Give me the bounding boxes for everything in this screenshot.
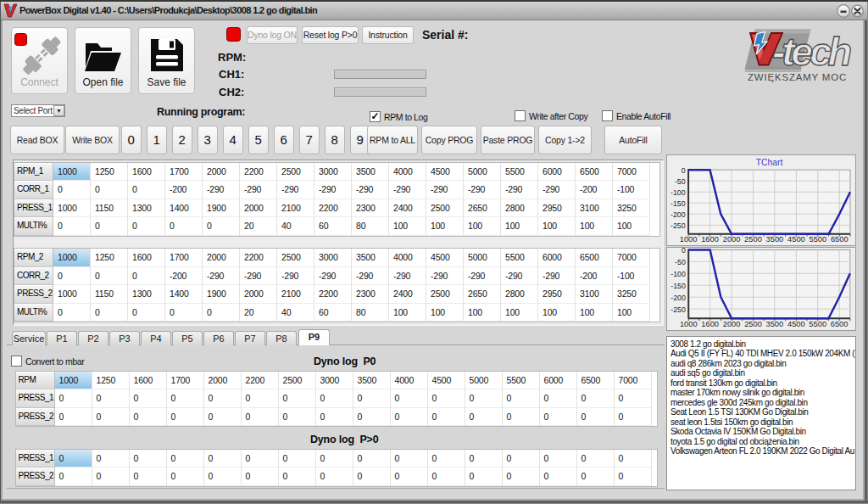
svg-text:-200: -200: [670, 294, 686, 302]
svg-text:-100: -100: [670, 270, 686, 278]
svg-text:0: 0: [682, 247, 686, 255]
svg-text:ZWIĘKSZAMY MOC: ZWIĘKSZAMY MOC: [748, 72, 847, 82]
svg-text:-tech: -tech: [772, 29, 851, 74]
svg-text:5500: 5500: [809, 320, 826, 328]
svg-text:-250: -250: [670, 221, 686, 230]
svg-text:-50: -50: [675, 258, 686, 266]
svg-text:-200: -200: [670, 210, 686, 219]
svg-text:0: 0: [682, 166, 686, 175]
svg-text:6500: 6500: [831, 320, 849, 328]
svg-text:2000: 2000: [723, 320, 741, 328]
svg-text:-150: -150: [670, 199, 686, 208]
svg-text:-150: -150: [670, 282, 686, 290]
svg-text:-50: -50: [675, 177, 686, 186]
svg-text:4500: 4500: [787, 320, 805, 328]
svg-text:1600: 1600: [701, 320, 719, 328]
svg-text:3500: 3500: [766, 320, 784, 328]
svg-text:-250: -250: [670, 305, 686, 314]
svg-text:TChart: TChart: [756, 158, 783, 167]
svg-text:-100: -100: [670, 188, 686, 197]
svg-text:2500: 2500: [744, 320, 762, 328]
svg-text:1000: 1000: [680, 320, 698, 328]
